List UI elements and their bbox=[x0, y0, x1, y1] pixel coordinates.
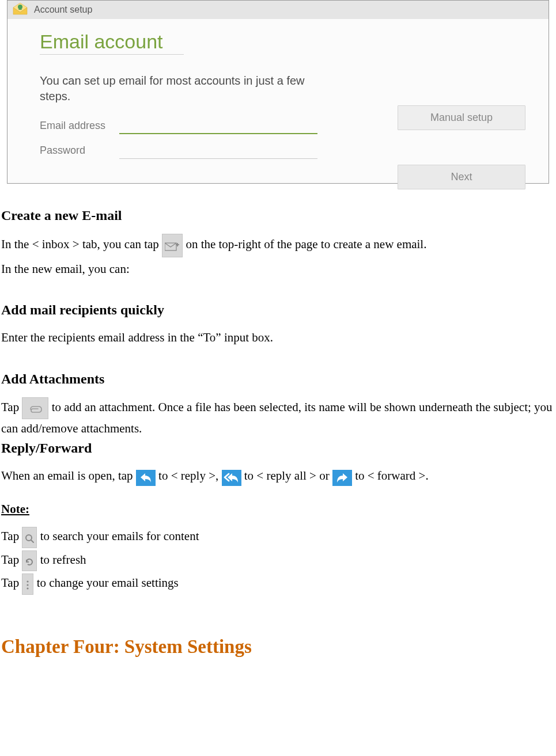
password-input[interactable] bbox=[119, 142, 317, 159]
chapter-heading: Chapter Four: System Settings bbox=[1, 636, 555, 658]
screenshot-header-title: Account setup bbox=[34, 5, 92, 15]
button-area: Manual setup Next bbox=[398, 105, 525, 189]
manual-setup-button[interactable]: Manual setup bbox=[398, 105, 525, 130]
para-attach: Tap to add an attachment. Once a file ha… bbox=[1, 397, 555, 438]
screenshot-subtitle: You can set up email for most accounts i… bbox=[40, 73, 311, 104]
note-heading: Note: bbox=[1, 502, 555, 516]
password-label: Password bbox=[40, 145, 109, 157]
reply-icon bbox=[136, 468, 156, 487]
svg-point-10 bbox=[27, 584, 29, 586]
envelope-icon bbox=[12, 3, 28, 17]
heading-reply-forward: Reply/Forward bbox=[1, 440, 555, 456]
email-label: Email address bbox=[40, 120, 109, 132]
para-reply: When an email is open, tap to < reply >,… bbox=[1, 466, 555, 486]
para-create-1: In the < inbox > tab, you can tap on the… bbox=[1, 234, 555, 257]
forward-icon bbox=[332, 468, 352, 487]
email-setup-screenshot: Account setup Email account You can set … bbox=[7, 0, 549, 184]
screenshot-panel-title: Email account bbox=[40, 31, 184, 55]
note-line-2: Tap to refresh bbox=[1, 550, 555, 572]
svg-point-9 bbox=[27, 581, 29, 583]
heading-create-email: Create a new E-mail bbox=[1, 208, 555, 223]
heading-recipients: Add mail recipients quickly bbox=[1, 302, 555, 318]
search-icon bbox=[22, 527, 37, 548]
note-line-1: Tap to search your emails for content bbox=[1, 527, 555, 548]
para-create-2: In the new email, you can: bbox=[1, 260, 555, 279]
screenshot-body: Email account You can set up email for m… bbox=[7, 19, 549, 183]
reply-all-icon bbox=[222, 468, 241, 487]
refresh-icon bbox=[22, 550, 37, 572]
note-line-3: Tap to change your email settings bbox=[1, 573, 555, 595]
compose-icon bbox=[162, 234, 183, 257]
attachment-icon bbox=[22, 397, 48, 420]
heading-attachments: Add Attachments bbox=[1, 371, 555, 387]
screenshot-header: Account setup bbox=[7, 1, 549, 19]
para-recipients: Enter the recipients email address in th… bbox=[1, 328, 555, 347]
email-input[interactable] bbox=[119, 117, 317, 134]
svg-point-11 bbox=[27, 588, 29, 590]
next-button[interactable]: Next bbox=[398, 165, 525, 189]
svg-line-8 bbox=[31, 540, 33, 542]
settings-icon bbox=[22, 573, 33, 595]
document-content: Create a new E-mail In the < inbox > tab… bbox=[0, 208, 556, 658]
